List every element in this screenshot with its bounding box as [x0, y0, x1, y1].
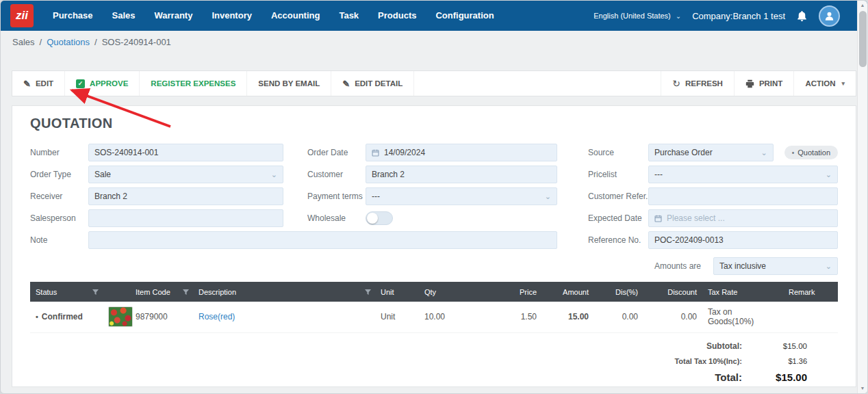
note-label: Note — [30, 235, 88, 245]
col-item-code[interactable]: Item Code — [130, 282, 193, 302]
calendar-icon — [372, 149, 379, 157]
order-type-label: Order Type — [30, 170, 88, 179]
menu-item-warranty[interactable]: Warranty — [145, 1, 203, 31]
user-avatar[interactable] — [819, 5, 840, 27]
pencil-icon: ✎ — [23, 79, 31, 89]
number-field[interactable] — [88, 144, 283, 161]
col-description[interactable]: Description — [193, 282, 375, 302]
edit-button-label: EDIT — [36, 79, 53, 88]
scroll-down-icon[interactable]: ▼ — [860, 386, 865, 391]
chevron-down-icon: ▾ — [841, 80, 845, 87]
refresh-button[interactable]: ↻ REFRESH — [661, 71, 734, 96]
total-line: Total: $15.00 — [633, 371, 807, 383]
line-items-table: Status Item Code Description Unit Qty Pr… — [30, 282, 838, 333]
row-image-cell — [103, 302, 130, 332]
breadcrumb-separator: / — [94, 37, 97, 47]
menu-item-sales[interactable]: Sales — [103, 1, 145, 31]
order-date-field[interactable]: 14/09/2024 — [366, 144, 557, 161]
row-remark — [783, 302, 838, 332]
action-dropdown-button[interactable]: ACTION ▾ — [793, 71, 856, 96]
refresh-icon: ↻ — [672, 78, 680, 89]
chevron-down-icon: ⌄ — [761, 148, 767, 157]
pricelist-select[interactable]: --- ⌄ — [648, 166, 838, 183]
source-label: Source — [588, 148, 648, 157]
menu-item-purchase[interactable]: Purchase — [43, 1, 103, 31]
scroll-up-icon[interactable]: ▲ — [860, 3, 865, 8]
receiver-field[interactable] — [88, 187, 283, 205]
record-toolbar: ✎ EDIT ✓ APPROVE REGISTER EXPENSES SEND … — [12, 70, 856, 96]
table-row[interactable]: •Confirmed 9879000 Rose(red) Unit 10.00 … — [30, 302, 838, 332]
salesperson-label: Salesperson — [30, 213, 88, 223]
totals-section: Subtotal: $15.00 Total Tax 10%(Inc): $1.… — [30, 341, 838, 383]
edit-button[interactable]: ✎ EDIT — [12, 71, 65, 96]
print-button[interactable]: PRINT — [734, 71, 794, 96]
col-unit: Unit — [375, 282, 419, 302]
language-select[interactable]: English (United States) ⌄ — [593, 12, 681, 20]
customer-field[interactable] — [366, 166, 557, 183]
col-amount: Amount — [542, 282, 594, 302]
app-window: zii Purchase Sales Warranty Inventory Ac… — [0, 0, 868, 394]
approve-button[interactable]: ✓ APPROVE — [65, 71, 140, 96]
row-status: •Confirmed — [30, 302, 103, 332]
row-description: Rose(red) — [193, 302, 375, 332]
toolbar-right: ↻ REFRESH PRINT ACTION ▾ — [661, 71, 856, 96]
menu-item-configuration[interactable]: Configuration — [426, 1, 503, 31]
app-logo[interactable]: zii — [10, 4, 34, 27]
chevron-down-icon: ⌄ — [271, 170, 277, 179]
edit-detail-button[interactable]: ✎ EDIT DETAIL — [331, 71, 414, 96]
payment-terms-select[interactable]: --- ⌄ — [366, 187, 557, 205]
filter-funnel-icon[interactable] — [92, 289, 99, 297]
breadcrumb-separator: / — [40, 37, 42, 47]
printer-icon — [745, 79, 754, 88]
note-field[interactable] — [88, 231, 557, 249]
source-select[interactable]: Purchase Order ⌄ — [648, 144, 774, 161]
reference-no-field[interactable] — [648, 231, 838, 249]
amounts-are-select[interactable]: Tax inclusive ⌄ — [713, 257, 838, 275]
notification-bell-icon[interactable] — [796, 10, 808, 22]
breadcrumb-section[interactable]: Sales — [12, 37, 35, 47]
receiver-label: Receiver — [30, 192, 88, 201]
breadcrumb-quotations-link[interactable]: Quotations — [47, 37, 90, 47]
customer-label: Customer — [307, 170, 366, 179]
page-title: QUOTATION — [30, 116, 838, 131]
approve-button-label: APPROVE — [90, 79, 128, 88]
payment-terms-value: --- — [372, 192, 380, 201]
table-header-row: Status Item Code Description Unit Qty Pr… — [30, 282, 838, 302]
total-label: Total: — [633, 371, 742, 383]
product-link[interactable]: Rose(red) — [199, 312, 235, 321]
expected-date-field[interactable]: Please select ... — [648, 209, 838, 227]
order-type-value: Sale — [94, 170, 111, 179]
scrollbar-thumb[interactable] — [859, 11, 867, 67]
amounts-are-label: Amounts are — [654, 261, 701, 271]
company-label[interactable]: Company:Branch 1 test — [692, 11, 785, 21]
col-dis-pct: Dis(%) — [594, 282, 643, 302]
chevron-down-icon: ⌄ — [676, 12, 681, 20]
wholesale-toggle[interactable] — [366, 211, 393, 225]
salesperson-field[interactable] — [88, 209, 283, 227]
subtotal-value: $15.00 — [742, 342, 807, 350]
customer-reference-label: Customer Refer... — [588, 192, 648, 201]
row-discount: 0.00 — [643, 302, 702, 332]
tax-line: Total Tax 10%(Inc): $1.36 — [633, 357, 807, 365]
filter-funnel-icon[interactable] — [183, 289, 189, 297]
vertical-scrollbar[interactable]: ▲ ▼ — [857, 1, 867, 393]
breadcrumb-record: SOS-240914-001 — [102, 37, 171, 47]
menu-item-inventory[interactable]: Inventory — [202, 1, 261, 31]
send-by-email-button[interactable]: SEND BY EMAIL — [247, 71, 331, 96]
product-thumbnail[interactable] — [108, 306, 133, 327]
col-price: Price — [494, 282, 542, 302]
menu-item-accounting[interactable]: Accounting — [261, 1, 330, 31]
menu-item-task[interactable]: Task — [329, 1, 368, 31]
order-type-select[interactable]: Sale ⌄ — [88, 166, 283, 183]
check-square-icon: ✓ — [76, 79, 85, 88]
col-image — [103, 282, 130, 302]
row-amount: 15.00 — [542, 302, 594, 332]
amounts-are-row: Amounts are Tax inclusive ⌄ — [30, 257, 838, 275]
register-expenses-button[interactable]: REGISTER EXPENSES — [140, 71, 247, 96]
tax-value: $1.36 — [742, 357, 807, 365]
customer-reference-field[interactable] — [648, 187, 838, 205]
menu-item-products[interactable]: Products — [368, 1, 426, 31]
subtotal-label: Subtotal: — [633, 341, 742, 351]
filter-funnel-icon[interactable] — [365, 289, 371, 297]
col-status[interactable]: Status — [30, 282, 103, 302]
